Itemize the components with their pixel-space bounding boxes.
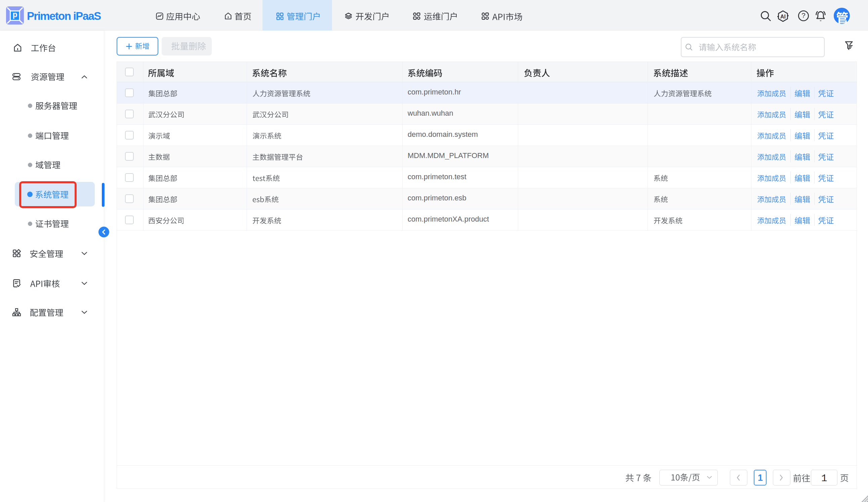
svg-text:p: p [12, 10, 17, 19]
svg-text:AI: AI [780, 14, 786, 20]
svg-text:?: ? [802, 11, 805, 19]
